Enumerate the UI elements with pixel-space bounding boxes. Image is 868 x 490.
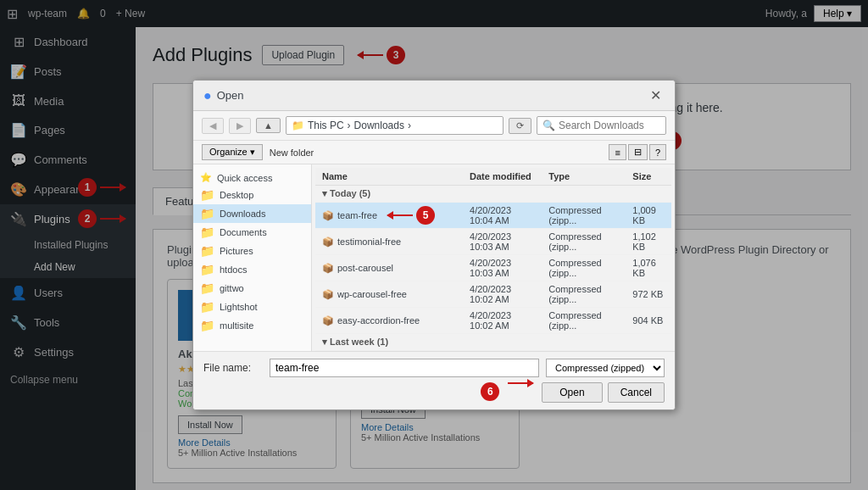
annotation-6: 6 xyxy=(481,382,499,401)
file-row-testimonial-free[interactable]: 📦testimonial-free 4/20/2023 10:03 AM Com… xyxy=(315,229,671,255)
search-icon: 🔍 xyxy=(542,120,555,131)
filename-row: File name: Compressed (zipped) Folder xyxy=(203,359,665,377)
section-lastweek-row: ▾ Last week (1) xyxy=(315,334,671,351)
file-row-post-carousel[interactable]: 📦post-carousel 4/20/2023 10:03 AM Compre… xyxy=(315,255,671,281)
file-row-wp-carousel-free[interactable]: 📦wp-carousel-free 4/20/2023 10:02 AM Com… xyxy=(315,281,671,308)
htdocs-icon: 📁 xyxy=(200,263,214,276)
file-dialog: ● Open ✕ ◀ ▶ ▲ 📁 This PC › Downloads › ⟳ xyxy=(192,80,676,410)
nav-item-gittwo[interactable]: 📁 gittwo xyxy=(193,279,311,298)
desktop-icon: 📁 xyxy=(200,188,214,202)
file-row-smart-brands[interactable]: 📦smart-brands-for-woocommerce (1) 4/12/2… xyxy=(315,351,671,352)
file-table: Name Date modified Type Size ▾ Today (5) xyxy=(315,168,671,351)
nav-item-htdocs[interactable]: 📁 htdocs xyxy=(193,260,311,279)
file-pane: Name Date modified Type Size ▾ Today (5) xyxy=(312,164,675,351)
multisite-icon: 📁 xyxy=(200,319,214,332)
quick-access-icon: ⭐ xyxy=(200,172,212,183)
pictures-icon: 📁 xyxy=(200,244,214,258)
documents-icon: 📁 xyxy=(200,226,214,239)
section-today-row: ▾ Today (5) xyxy=(315,186,671,203)
chrome-icon: ● xyxy=(203,88,212,103)
nav-item-multisite[interactable]: 📁 multisite xyxy=(193,316,311,335)
file-name-team-free: 📦 team-free 5 xyxy=(315,203,463,229)
view-list-button[interactable]: ≡ xyxy=(609,144,626,160)
dialog-title-area: ● Open xyxy=(203,88,243,103)
dialog-secondary-bar: Organize ▾ New folder ≡ ⊟ ? xyxy=(193,141,675,164)
nav-item-desktop[interactable]: 📁 Desktop xyxy=(193,186,311,204)
organize-button[interactable]: Organize ▾ xyxy=(202,144,263,160)
dialog-action-buttons: 6 Open Cancel xyxy=(203,382,665,403)
dialog-search-area: 🔍 xyxy=(537,116,666,135)
file-row-team-free[interactable]: 📦 team-free 5 4/20/2023 10:04 AM Compres… xyxy=(315,203,671,229)
dialog-footer: File name: Compressed (zipped) Folder 6 … xyxy=(193,351,675,409)
view-buttons: ≡ ⊟ ? xyxy=(609,144,666,160)
view-help-button[interactable]: ? xyxy=(649,144,666,160)
dialog-forward-button[interactable]: ▶ xyxy=(229,118,251,134)
filetype-select[interactable]: Compressed (zipped) Folder xyxy=(546,359,665,377)
nav-pane: ⭐ Quick access 📁 Desktop 📁 Downloads 📁 D… xyxy=(193,164,312,351)
filename-input[interactable] xyxy=(270,359,539,377)
dialog-refresh-button[interactable]: ⟳ xyxy=(509,118,531,134)
nav-item-pictures[interactable]: 📁 Pictures xyxy=(193,242,311,260)
dialog-close-button[interactable]: ✕ xyxy=(647,87,665,103)
annotation-6-arrow xyxy=(508,382,533,384)
cancel-button[interactable]: Cancel xyxy=(608,382,665,403)
col-name[interactable]: Name xyxy=(315,168,463,186)
dialog-toolbar: ◀ ▶ ▲ 📁 This PC › Downloads › ⟳ 🔍 xyxy=(193,111,675,141)
annotation-5: 5 xyxy=(416,206,435,225)
dialog-up-button[interactable]: ▲ xyxy=(256,118,281,133)
gittwo-icon: 📁 xyxy=(200,281,214,295)
annotation-5-arrow xyxy=(387,214,413,216)
dialog-titlebar: ● Open ✕ xyxy=(193,81,675,111)
view-details-button[interactable]: ⊟ xyxy=(628,144,648,160)
nav-item-documents[interactable]: 📁 Documents xyxy=(193,223,311,242)
nav-item-lightshot[interactable]: 📁 Lightshot xyxy=(193,298,311,316)
nav-item-quick-access[interactable]: ⭐ Quick access xyxy=(193,170,311,186)
dialog-back-button[interactable]: ◀ xyxy=(202,118,224,134)
new-folder-button[interactable]: New folder xyxy=(270,148,314,158)
dialog-title-text: Open xyxy=(217,89,244,102)
dialog-search-input[interactable] xyxy=(559,120,660,131)
col-date[interactable]: Date modified xyxy=(463,168,542,186)
col-type[interactable]: Type xyxy=(542,168,626,186)
dialog-content: ⭐ Quick access 📁 Desktop 📁 Downloads 📁 D… xyxy=(193,164,675,351)
nav-item-downloads[interactable]: 📁 Downloads xyxy=(193,204,311,223)
col-size[interactable]: Size xyxy=(626,168,671,186)
dialog-breadcrumb: 📁 This PC › Downloads › xyxy=(286,116,504,135)
lightshot-icon: 📁 xyxy=(200,300,214,314)
open-button[interactable]: Open xyxy=(542,382,602,403)
zip-icon: 📦 xyxy=(322,210,334,221)
filename-label: File name: xyxy=(203,362,263,374)
file-dialog-overlay: ● Open ✕ ◀ ▶ ▲ 📁 This PC › Downloads › ⟳ xyxy=(0,0,868,490)
downloads-icon: 📁 xyxy=(200,207,214,220)
file-row-easy-accordion-free[interactable]: 📦easy-accordion-free 4/20/2023 10:02 AM … xyxy=(315,308,671,334)
